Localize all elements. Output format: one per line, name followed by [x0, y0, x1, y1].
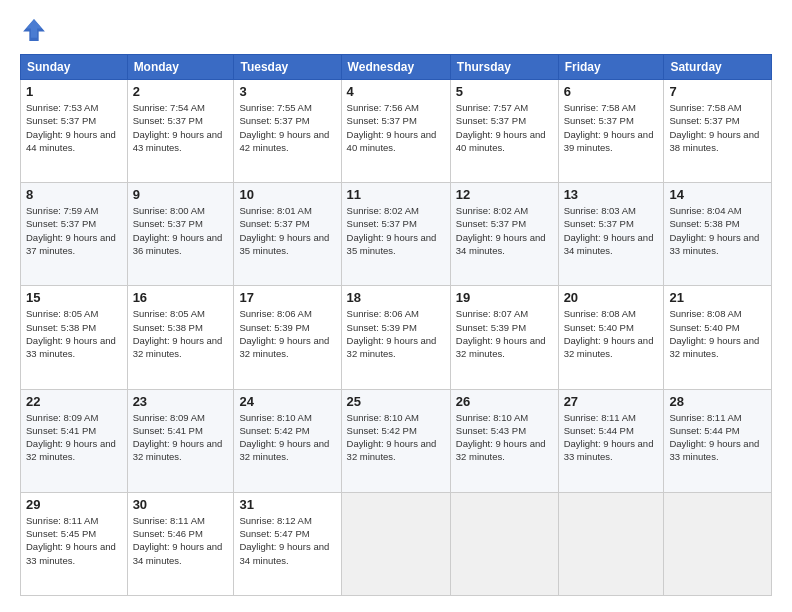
- day-info: Sunrise: 8:06 AM Sunset: 5:39 PM Dayligh…: [239, 307, 335, 360]
- day-info: Sunrise: 8:05 AM Sunset: 5:38 PM Dayligh…: [26, 307, 122, 360]
- day-number: 8: [26, 187, 122, 202]
- day-info: Sunrise: 8:03 AM Sunset: 5:37 PM Dayligh…: [564, 204, 659, 257]
- day-info: Sunrise: 8:10 AM Sunset: 5:42 PM Dayligh…: [347, 411, 445, 464]
- day-info: Sunrise: 7:59 AM Sunset: 5:37 PM Dayligh…: [26, 204, 122, 257]
- day-number: 5: [456, 84, 553, 99]
- day-number: 6: [564, 84, 659, 99]
- calendar-cell: 15Sunrise: 8:05 AM Sunset: 5:38 PM Dayli…: [21, 286, 128, 389]
- calendar-cell: 29Sunrise: 8:11 AM Sunset: 5:45 PM Dayli…: [21, 492, 128, 595]
- day-number: 29: [26, 497, 122, 512]
- calendar-cell: 22Sunrise: 8:09 AM Sunset: 5:41 PM Dayli…: [21, 389, 128, 492]
- day-number: 2: [133, 84, 229, 99]
- week-row-5: 29Sunrise: 8:11 AM Sunset: 5:45 PM Dayli…: [21, 492, 772, 595]
- calendar-cell: [341, 492, 450, 595]
- page: SundayMondayTuesdayWednesdayThursdayFrid…: [0, 0, 792, 612]
- calendar-header: SundayMondayTuesdayWednesdayThursdayFrid…: [21, 55, 772, 80]
- calendar-cell: 5Sunrise: 7:57 AM Sunset: 5:37 PM Daylig…: [450, 80, 558, 183]
- day-number: 11: [347, 187, 445, 202]
- calendar-cell: 13Sunrise: 8:03 AM Sunset: 5:37 PM Dayli…: [558, 183, 664, 286]
- day-info: Sunrise: 8:00 AM Sunset: 5:37 PM Dayligh…: [133, 204, 229, 257]
- day-info: Sunrise: 7:58 AM Sunset: 5:37 PM Dayligh…: [564, 101, 659, 154]
- calendar-cell: 9Sunrise: 8:00 AM Sunset: 5:37 PM Daylig…: [127, 183, 234, 286]
- day-info: Sunrise: 8:08 AM Sunset: 5:40 PM Dayligh…: [669, 307, 766, 360]
- day-header-friday: Friday: [558, 55, 664, 80]
- calendar-cell: 4Sunrise: 7:56 AM Sunset: 5:37 PM Daylig…: [341, 80, 450, 183]
- day-info: Sunrise: 8:04 AM Sunset: 5:38 PM Dayligh…: [669, 204, 766, 257]
- calendar-cell: 12Sunrise: 8:02 AM Sunset: 5:37 PM Dayli…: [450, 183, 558, 286]
- day-number: 19: [456, 290, 553, 305]
- calendar-cell: 26Sunrise: 8:10 AM Sunset: 5:43 PM Dayli…: [450, 389, 558, 492]
- day-number: 13: [564, 187, 659, 202]
- day-info: Sunrise: 8:09 AM Sunset: 5:41 PM Dayligh…: [26, 411, 122, 464]
- calendar-table: SundayMondayTuesdayWednesdayThursdayFrid…: [20, 54, 772, 596]
- logo-icon: [20, 16, 48, 44]
- week-row-4: 22Sunrise: 8:09 AM Sunset: 5:41 PM Dayli…: [21, 389, 772, 492]
- calendar-cell: 16Sunrise: 8:05 AM Sunset: 5:38 PM Dayli…: [127, 286, 234, 389]
- calendar-cell: 2Sunrise: 7:54 AM Sunset: 5:37 PM Daylig…: [127, 80, 234, 183]
- day-info: Sunrise: 8:05 AM Sunset: 5:38 PM Dayligh…: [133, 307, 229, 360]
- calendar-cell: 8Sunrise: 7:59 AM Sunset: 5:37 PM Daylig…: [21, 183, 128, 286]
- day-number: 22: [26, 394, 122, 409]
- day-info: Sunrise: 8:06 AM Sunset: 5:39 PM Dayligh…: [347, 307, 445, 360]
- calendar-cell: 10Sunrise: 8:01 AM Sunset: 5:37 PM Dayli…: [234, 183, 341, 286]
- svg-marker-1: [26, 19, 42, 38]
- calendar-cell: [450, 492, 558, 595]
- header: [20, 16, 772, 44]
- day-number: 10: [239, 187, 335, 202]
- day-info: Sunrise: 7:55 AM Sunset: 5:37 PM Dayligh…: [239, 101, 335, 154]
- day-number: 23: [133, 394, 229, 409]
- calendar-cell: 31Sunrise: 8:12 AM Sunset: 5:47 PM Dayli…: [234, 492, 341, 595]
- calendar-body: 1Sunrise: 7:53 AM Sunset: 5:37 PM Daylig…: [21, 80, 772, 596]
- day-number: 3: [239, 84, 335, 99]
- day-number: 25: [347, 394, 445, 409]
- logo: [20, 16, 52, 44]
- day-number: 12: [456, 187, 553, 202]
- calendar-cell: 14Sunrise: 8:04 AM Sunset: 5:38 PM Dayli…: [664, 183, 772, 286]
- day-number: 7: [669, 84, 766, 99]
- calendar-cell: [664, 492, 772, 595]
- calendar-cell: 24Sunrise: 8:10 AM Sunset: 5:42 PM Dayli…: [234, 389, 341, 492]
- day-info: Sunrise: 8:11 AM Sunset: 5:45 PM Dayligh…: [26, 514, 122, 567]
- day-header-saturday: Saturday: [664, 55, 772, 80]
- day-info: Sunrise: 7:56 AM Sunset: 5:37 PM Dayligh…: [347, 101, 445, 154]
- day-header-tuesday: Tuesday: [234, 55, 341, 80]
- day-info: Sunrise: 8:12 AM Sunset: 5:47 PM Dayligh…: [239, 514, 335, 567]
- day-info: Sunrise: 8:11 AM Sunset: 5:44 PM Dayligh…: [669, 411, 766, 464]
- week-row-3: 15Sunrise: 8:05 AM Sunset: 5:38 PM Dayli…: [21, 286, 772, 389]
- day-info: Sunrise: 8:10 AM Sunset: 5:42 PM Dayligh…: [239, 411, 335, 464]
- day-info: Sunrise: 8:10 AM Sunset: 5:43 PM Dayligh…: [456, 411, 553, 464]
- day-number: 9: [133, 187, 229, 202]
- day-info: Sunrise: 8:02 AM Sunset: 5:37 PM Dayligh…: [456, 204, 553, 257]
- day-number: 31: [239, 497, 335, 512]
- calendar-cell: 25Sunrise: 8:10 AM Sunset: 5:42 PM Dayli…: [341, 389, 450, 492]
- day-number: 28: [669, 394, 766, 409]
- day-info: Sunrise: 7:58 AM Sunset: 5:37 PM Dayligh…: [669, 101, 766, 154]
- day-number: 17: [239, 290, 335, 305]
- calendar-cell: 30Sunrise: 8:11 AM Sunset: 5:46 PM Dayli…: [127, 492, 234, 595]
- day-header-sunday: Sunday: [21, 55, 128, 80]
- day-header-monday: Monday: [127, 55, 234, 80]
- day-number: 30: [133, 497, 229, 512]
- calendar-cell: 6Sunrise: 7:58 AM Sunset: 5:37 PM Daylig…: [558, 80, 664, 183]
- day-info: Sunrise: 7:54 AM Sunset: 5:37 PM Dayligh…: [133, 101, 229, 154]
- day-info: Sunrise: 8:11 AM Sunset: 5:46 PM Dayligh…: [133, 514, 229, 567]
- day-number: 20: [564, 290, 659, 305]
- calendar-cell: 11Sunrise: 8:02 AM Sunset: 5:37 PM Dayli…: [341, 183, 450, 286]
- calendar-cell: 19Sunrise: 8:07 AM Sunset: 5:39 PM Dayli…: [450, 286, 558, 389]
- day-info: Sunrise: 8:01 AM Sunset: 5:37 PM Dayligh…: [239, 204, 335, 257]
- day-info: Sunrise: 8:11 AM Sunset: 5:44 PM Dayligh…: [564, 411, 659, 464]
- calendar-cell: 7Sunrise: 7:58 AM Sunset: 5:37 PM Daylig…: [664, 80, 772, 183]
- day-number: 4: [347, 84, 445, 99]
- week-row-2: 8Sunrise: 7:59 AM Sunset: 5:37 PM Daylig…: [21, 183, 772, 286]
- day-number: 14: [669, 187, 766, 202]
- day-info: Sunrise: 7:57 AM Sunset: 5:37 PM Dayligh…: [456, 101, 553, 154]
- calendar-cell: 23Sunrise: 8:09 AM Sunset: 5:41 PM Dayli…: [127, 389, 234, 492]
- day-number: 26: [456, 394, 553, 409]
- calendar-cell: 18Sunrise: 8:06 AM Sunset: 5:39 PM Dayli…: [341, 286, 450, 389]
- day-number: 16: [133, 290, 229, 305]
- calendar-cell: 27Sunrise: 8:11 AM Sunset: 5:44 PM Dayli…: [558, 389, 664, 492]
- day-number: 1: [26, 84, 122, 99]
- day-number: 27: [564, 394, 659, 409]
- day-info: Sunrise: 8:07 AM Sunset: 5:39 PM Dayligh…: [456, 307, 553, 360]
- calendar-cell: 3Sunrise: 7:55 AM Sunset: 5:37 PM Daylig…: [234, 80, 341, 183]
